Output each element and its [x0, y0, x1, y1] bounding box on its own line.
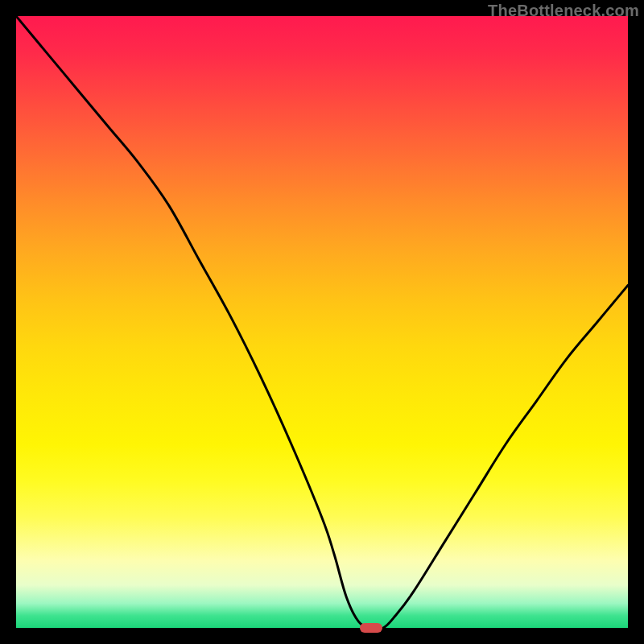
optimum-marker [360, 623, 382, 633]
curve-svg [16, 16, 628, 628]
bottleneck-curve [16, 16, 628, 628]
chart-frame: TheBottleneck.com [0, 0, 644, 644]
plot-area [16, 16, 628, 628]
